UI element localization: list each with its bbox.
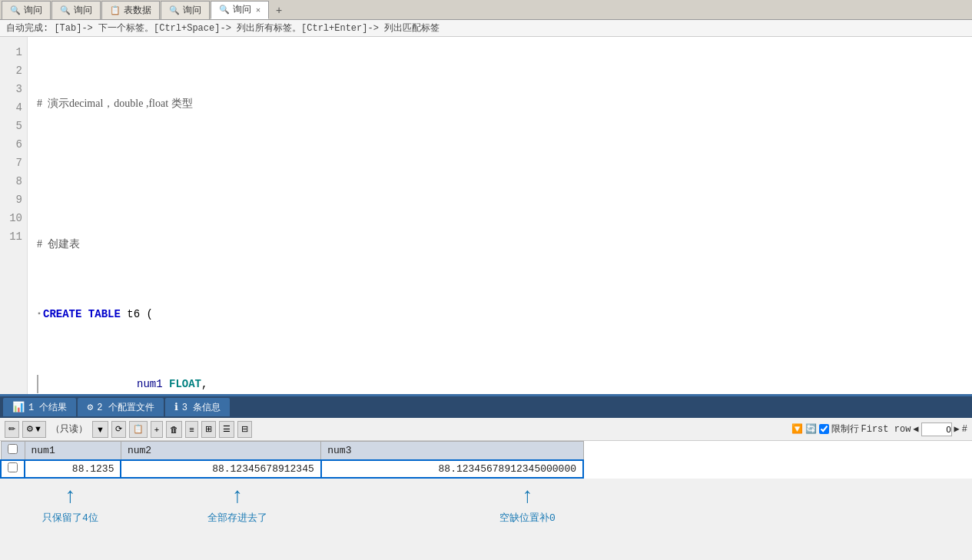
annotation-2: ↑ 全部存进去了 [207, 486, 267, 525]
cell-num2: 88.12345678912345 [121, 460, 320, 478]
th-checkbox [1, 442, 25, 461]
config-label: 2 个配置文件 [97, 401, 154, 414]
query-icon-3: 🔍 [169, 5, 180, 15]
result-table-area: num1 num2 num3 88.1235 88.12345678912345… [0, 441, 972, 479]
hint-bar: 自动完成: [Tab]-> 下一个标签。[Ctrl+Space]-> 列出所有标… [0, 20, 972, 37]
bottom-tab-bar: 📊 1 个结果 ⚙ 2 个配置文件 ℹ 3 条信息 [0, 396, 972, 418]
results-icon: 📊 [12, 401, 25, 413]
annotation-text-3: 空缺位置补0 [499, 511, 556, 525]
line3-comment: # 创建表 [37, 235, 80, 253]
annotation-text-1: 只保留了4位 [42, 511, 98, 525]
tab-query-1[interactable]: 🔍 询问 [2, 1, 51, 19]
tab-query-2[interactable]: 🔍 询问 [51, 1, 101, 19]
arrow-up-1: ↑ [64, 486, 77, 508]
cell-num3: 88.12345678912345000000 [321, 460, 583, 478]
table-header-row: num1 num2 num3 [1, 442, 583, 461]
refresh-icon: 🔄 [805, 423, 817, 435]
filter-icon: 🔽 [791, 423, 803, 435]
collapse-icon[interactable]: ▪ [37, 305, 41, 323]
code-line-3: # 创建表 [37, 235, 963, 253]
float-kw: FLOAT [169, 375, 201, 393]
query-icon-2: 🔍 [60, 5, 71, 15]
code-line-1: # 演示decimal，double ,float 类型 [37, 94, 963, 113]
first-row-label: First row [861, 424, 911, 435]
toolbar-delete-btn[interactable]: 🗑 [166, 421, 182, 438]
code-editor[interactable]: # 演示decimal，double ,float 类型 # 创建表 ▪CREA… [28, 37, 972, 394]
toolbar-edit-btn[interactable]: ✏ [5, 421, 19, 438]
code-line-5: num1 FLOAT, [37, 375, 963, 393]
annotation-3: ↑ 空缺位置补0 [499, 486, 556, 525]
query-icon-1: 🔍 [10, 5, 21, 15]
query-icon-active: 🔍 [219, 5, 230, 15]
nav-prev-icon[interactable]: ◀ [913, 423, 918, 435]
th-num3[interactable]: num3 [321, 442, 583, 461]
line-numbers: 1 2 3 4 5 6 7 8 9 10 11 [0, 37, 28, 394]
tab-close-button[interactable]: ✕ [256, 5, 260, 15]
nav-next-icon[interactable]: ▶ [954, 423, 960, 435]
line1-comment: # 演示decimal，double ,float 类型 [37, 94, 193, 113]
toolbar-grid-btn[interactable]: ⊞ [201, 421, 216, 438]
toolbar-refresh-btn[interactable]: ⟳ [111, 421, 126, 438]
table-kw: TABLE [88, 305, 121, 323]
num1-col: num1 [137, 375, 163, 393]
hint-text: 自动完成: [Tab]-> 下一个标签。[Ctrl+Space]-> 列出所有标… [6, 23, 440, 34]
info-icon: ℹ [174, 401, 178, 413]
toolbar-add-btn[interactable]: + [151, 421, 163, 438]
annotation-text-2: 全部存进去了 [207, 511, 267, 525]
results-label: 1 个结果 [28, 401, 67, 414]
bottom-tab-results[interactable]: 📊 1 个结果 [3, 398, 76, 416]
result-toolbar: ✏ ⚙▼ （只读） ▼ ⟳ 📋 + 🗑 ≡ ⊞ ☰ ⊟ 🔽 🔄 限制行 Firs… [0, 418, 972, 441]
limit-value-input[interactable] [921, 422, 952, 436]
limit-label: 限制行 [831, 422, 859, 436]
readonly-label: （只读） [51, 422, 88, 436]
toolbar-list-btn[interactable]: ☰ [219, 421, 234, 438]
code-line-4: ▪CREATE TABLE t6 ( [37, 305, 963, 323]
cell-num1: 88.1235 [25, 460, 121, 478]
tab-add-button[interactable]: + [270, 1, 288, 19]
toolbar-filter-btn[interactable]: ▼ [92, 421, 108, 438]
tab-tabledata[interactable]: 📋 表数据 [101, 1, 160, 19]
table-row: 88.1235 88.12345678912345 88.12345678912… [1, 460, 583, 478]
th-num1[interactable]: num1 [25, 442, 121, 461]
table-icon: 📋 [110, 5, 121, 15]
editor-area: 1 2 3 4 5 6 7 8 9 10 11 # 演示decimal，doub… [0, 37, 972, 396]
bottom-tab-info[interactable]: ℹ 3 条信息 [165, 398, 230, 416]
tab-query-active[interactable]: 🔍 询问 ✕ [211, 1, 269, 19]
arrow-up-3: ↑ [521, 486, 534, 508]
toolbar-more-btn[interactable]: ≡ [185, 421, 197, 438]
toolbar-expand-btn[interactable]: ⊟ [237, 421, 252, 438]
toolbar-copy-btn[interactable]: 📋 [129, 421, 148, 438]
row-checkbox-cell [1, 460, 25, 478]
nav-end-icon: # [962, 424, 967, 435]
arrow-up-2: ↑ [231, 486, 244, 508]
row-checkbox[interactable] [8, 462, 18, 472]
result-table: num1 num2 num3 88.1235 88.12345678912345… [0, 441, 584, 479]
tab-bar: 🔍 询问 🔍 询问 📋 表数据 🔍 询问 🔍 询问 ✕ + [0, 0, 972, 20]
select-all-checkbox[interactable] [8, 444, 18, 454]
th-num2[interactable]: num2 [121, 442, 320, 461]
bottom-tab-config[interactable]: ⚙ 2 个配置文件 [78, 398, 163, 416]
create-kw: CREATE [43, 305, 81, 323]
info-label: 3 条信息 [182, 401, 221, 414]
toolbar-settings-btn[interactable]: ⚙▼ [22, 421, 46, 438]
annotation-area: ↑ 只保留了4位 ↑ 全部存进去了 ↑ 空缺位置补0 [0, 479, 972, 560]
code-line-2 [37, 164, 963, 183]
tab-query-3[interactable]: 🔍 询问 [161, 1, 210, 19]
annotation-1: ↑ 只保留了4位 [42, 486, 98, 525]
config-icon: ⚙ [87, 401, 93, 413]
limit-checkbox[interactable] [819, 424, 829, 434]
limit-row-section: 🔽 🔄 限制行 First row ◀ ▶ # [791, 422, 967, 436]
